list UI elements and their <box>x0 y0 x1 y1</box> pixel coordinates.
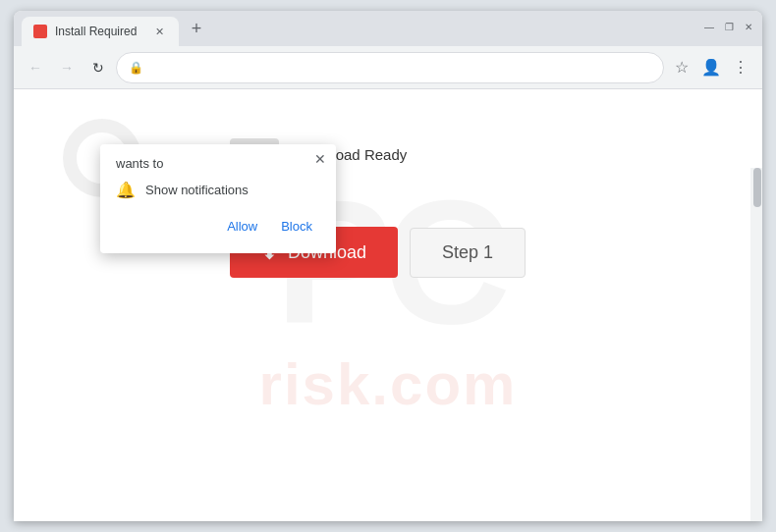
browser-window: Install Required ✕ + — ❐ ✕ ← → ↻ 🔒 ☆ 👤 ⋮ <box>14 11 762 521</box>
tab-favicon <box>33 25 47 38</box>
bookmark-button[interactable]: ☆ <box>668 54 695 81</box>
restore-button[interactable]: ❐ <box>723 21 735 32</box>
lock-icon: 🔒 <box>129 61 143 75</box>
browser-tab[interactable]: Install Required ✕ <box>22 17 179 46</box>
refresh-button[interactable]: ↻ <box>84 54 112 81</box>
popup-close-button[interactable]: ✕ <box>314 152 326 166</box>
toolbar-actions: ☆ 👤 ⋮ <box>668 54 754 81</box>
notification-popup: ✕ wants to 🔔 Show notifications Allow Bl… <box>100 144 336 253</box>
scrollbar-thumb[interactable] <box>753 168 761 207</box>
popup-notification-row: 🔔 Show notifications <box>116 181 320 199</box>
block-button[interactable]: Block <box>273 213 320 239</box>
scrollbar[interactable] <box>750 168 762 521</box>
step-button[interactable]: Step 1 <box>410 228 526 278</box>
popup-buttons: Allow Block <box>116 213 320 239</box>
popup-title: wants to <box>116 156 320 171</box>
close-button[interactable]: ✕ <box>743 21 754 32</box>
new-tab-button[interactable]: + <box>183 15 210 42</box>
window-controls: — ❐ ✕ <box>703 21 754 36</box>
watermark-risk-text: risk.com <box>259 350 518 418</box>
back-button[interactable]: ← <box>22 54 49 81</box>
menu-button[interactable]: ⋮ <box>727 54 754 81</box>
title-bar: Install Required ✕ + — ❐ ✕ <box>14 11 762 46</box>
forward-button[interactable]: → <box>53 54 81 81</box>
tab-title: Install Required <box>55 25 143 38</box>
allow-button[interactable]: Allow <box>219 213 265 239</box>
account-button[interactable]: 👤 <box>697 54 725 81</box>
tab-close-button[interactable]: ✕ <box>151 24 167 39</box>
browser-toolbar: ← → ↻ 🔒 ☆ 👤 ⋮ <box>14 46 762 89</box>
popup-notification-text: Show notifications <box>145 183 249 197</box>
minimize-button[interactable]: — <box>703 21 715 32</box>
bell-icon: 🔔 <box>116 181 136 199</box>
browser-content: PC risk.com Download Ready FREE App ⬇ Do… <box>14 89 762 521</box>
tab-strip: Install Required ✕ + <box>22 11 699 46</box>
address-bar[interactable]: 🔒 <box>116 52 664 83</box>
